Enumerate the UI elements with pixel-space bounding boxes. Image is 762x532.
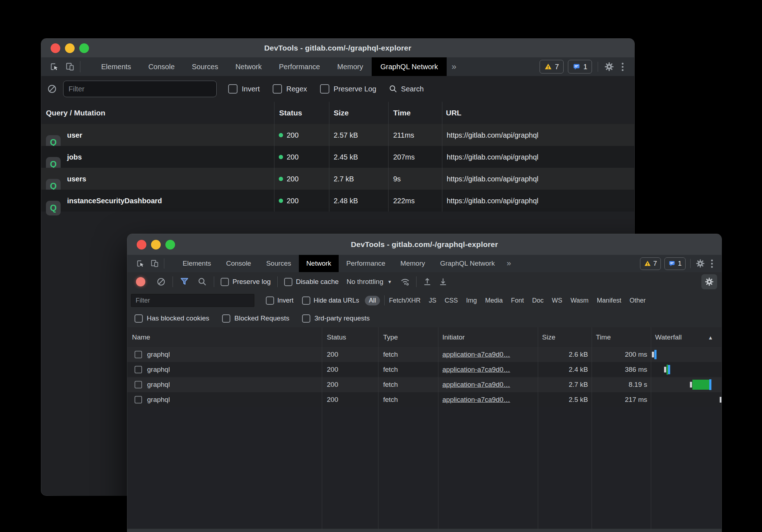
import-har-icon[interactable]: [422, 277, 432, 287]
column-divider[interactable]: [651, 327, 651, 532]
regex-checkbox[interactable]: Regex: [273, 84, 307, 94]
checkbox[interactable]: [228, 84, 237, 94]
window1-titlebar[interactable]: DevTools - gitlab.com/-/graphql-explorer: [41, 39, 634, 58]
tab-network[interactable]: Network: [299, 255, 339, 272]
device-toolbar-icon[interactable]: [62, 57, 78, 76]
zoom-button[interactable]: [165, 240, 175, 250]
tab-memory[interactable]: Memory: [329, 57, 372, 76]
tab-network[interactable]: Network: [227, 57, 270, 76]
table-row[interactable]: Q instanceSecurityDashboard 200 2.48 kB …: [41, 190, 634, 212]
issues-badge[interactable]: 1: [664, 257, 686, 270]
blocked-requests-checkbox[interactable]: Blocked Requests: [222, 314, 289, 323]
column-divider[interactable]: [438, 327, 438, 532]
col-status[interactable]: Status: [327, 333, 346, 341]
col-query-mutation[interactable]: Query / Mutation: [46, 109, 105, 117]
filter-type-doc[interactable]: Doc: [532, 297, 544, 304]
col-url[interactable]: URL: [446, 109, 461, 117]
tab-graphql-network[interactable]: GraphQL Network: [433, 255, 502, 272]
close-button[interactable]: [137, 240, 146, 250]
filter-type-other[interactable]: Other: [630, 297, 646, 304]
tab-performance[interactable]: Performance: [339, 255, 393, 272]
initiator-link[interactable]: application-a7ca9d0…: [442, 396, 510, 404]
hide-data-urls-checkbox[interactable]: Hide data URLs: [302, 296, 359, 305]
window2-titlebar[interactable]: DevTools - gitlab.com/-/graphql-explorer: [127, 234, 721, 255]
record-button[interactable]: [136, 277, 145, 286]
kebab-menu-icon[interactable]: [709, 260, 715, 268]
table-row[interactable]: Q jobs 200 2.45 kB 207ms https://gitlab.…: [41, 146, 634, 168]
disable-cache-checkbox[interactable]: Disable cache: [284, 278, 339, 286]
column-divider[interactable]: [322, 327, 322, 532]
export-har-icon[interactable]: [438, 277, 448, 287]
col-name[interactable]: Name: [132, 333, 150, 341]
column-divider[interactable]: [274, 102, 274, 212]
sort-arrow-icon[interactable]: ▲: [708, 334, 713, 340]
row-checkbox[interactable]: [135, 366, 142, 374]
more-tabs-chevron[interactable]: »: [447, 57, 461, 76]
checkbox[interactable]: [222, 314, 230, 323]
preserve-log-checkbox[interactable]: Preserve log: [221, 278, 271, 286]
inspect-element-icon[interactable]: [133, 255, 147, 272]
checkbox[interactable]: [221, 278, 229, 286]
tab-sources[interactable]: Sources: [183, 57, 227, 76]
col-type[interactable]: Type: [383, 333, 398, 341]
tab-performance[interactable]: Performance: [271, 57, 329, 76]
initiator-link[interactable]: application-a7ca9d0…: [442, 351, 510, 358]
table-row[interactable]: Q users 200 2.7 kB 9s https://gitlab.com…: [41, 168, 634, 190]
column-divider[interactable]: [538, 327, 538, 532]
filter-type-css[interactable]: CSS: [445, 297, 458, 304]
col-time[interactable]: Time: [596, 333, 611, 341]
tab-console[interactable]: Console: [140, 57, 183, 76]
close-button[interactable]: [51, 43, 60, 53]
checkbox[interactable]: [273, 84, 282, 94]
settings-gear-icon[interactable]: [604, 61, 615, 72]
filter-type-wasm[interactable]: Wasm: [570, 297, 588, 304]
checkbox[interactable]: [302, 296, 310, 305]
filter-type-fetch-xhr[interactable]: Fetch/XHR: [389, 297, 420, 304]
filter-type-font[interactable]: Font: [511, 297, 524, 304]
table-row[interactable]: graphql 200 fetch application-a7ca9d0… 2…: [127, 392, 721, 407]
filter-input[interactable]: [63, 81, 217, 97]
third-party-requests-checkbox[interactable]: 3rd-party requests: [302, 314, 370, 323]
filter-type-all[interactable]: All: [365, 296, 380, 305]
warnings-badge[interactable]: 7: [640, 257, 661, 270]
checkbox[interactable]: [302, 314, 310, 323]
table-row[interactable]: graphql 200 fetch application-a7ca9d0… 2…: [127, 362, 721, 377]
filter-type-js[interactable]: JS: [429, 297, 436, 304]
clear-icon[interactable]: [156, 277, 166, 287]
warnings-badge[interactable]: 7: [540, 60, 564, 73]
tab-sources[interactable]: Sources: [259, 255, 299, 272]
checkbox[interactable]: [320, 84, 329, 94]
zoom-button[interactable]: [79, 43, 89, 53]
table-row[interactable]: graphql 200 fetch application-a7ca9d0… 2…: [127, 347, 721, 362]
row-checkbox[interactable]: [135, 351, 142, 358]
has-blocked-cookies-checkbox[interactable]: Has blocked cookies: [135, 314, 209, 323]
minimize-button[interactable]: [65, 43, 75, 53]
filter-type-img[interactable]: Img: [466, 297, 477, 304]
row-checkbox[interactable]: [135, 381, 142, 389]
throttling-dropdown[interactable]: No throttling ▾: [347, 278, 391, 286]
table-row[interactable]: graphql 200 fetch application-a7ca9d0… 2…: [127, 377, 721, 392]
filter-type-manifest[interactable]: Manifest: [597, 297, 621, 304]
tab-graphql-network[interactable]: GraphQL Network: [372, 57, 446, 76]
inspect-element-icon[interactable]: [46, 57, 62, 76]
checkbox[interactable]: [266, 296, 274, 305]
network-filter-input[interactable]: [131, 294, 254, 307]
tab-elements[interactable]: Elements: [93, 57, 140, 76]
kebab-menu-icon[interactable]: [619, 63, 626, 71]
initiator-link[interactable]: application-a7ca9d0…: [442, 366, 510, 374]
column-divider[interactable]: [378, 327, 378, 532]
clear-icon[interactable]: [47, 84, 57, 94]
col-size[interactable]: Size: [334, 109, 349, 117]
col-initiator[interactable]: Initiator: [442, 333, 465, 341]
tab-elements[interactable]: Elements: [175, 255, 218, 272]
more-tabs-chevron[interactable]: »: [502, 255, 515, 272]
tab-memory[interactable]: Memory: [393, 255, 433, 272]
minimize-button[interactable]: [151, 240, 161, 250]
checkbox[interactable]: [135, 314, 143, 323]
search-button[interactable]: Search: [389, 84, 424, 94]
device-toolbar-icon[interactable]: [147, 255, 162, 272]
column-divider[interactable]: [329, 102, 329, 212]
filter-type-ws[interactable]: WS: [552, 297, 562, 304]
table-row[interactable]: Q user 200 2.57 kB 211ms https://gitlab.…: [41, 124, 634, 146]
search-icon[interactable]: [197, 277, 207, 287]
